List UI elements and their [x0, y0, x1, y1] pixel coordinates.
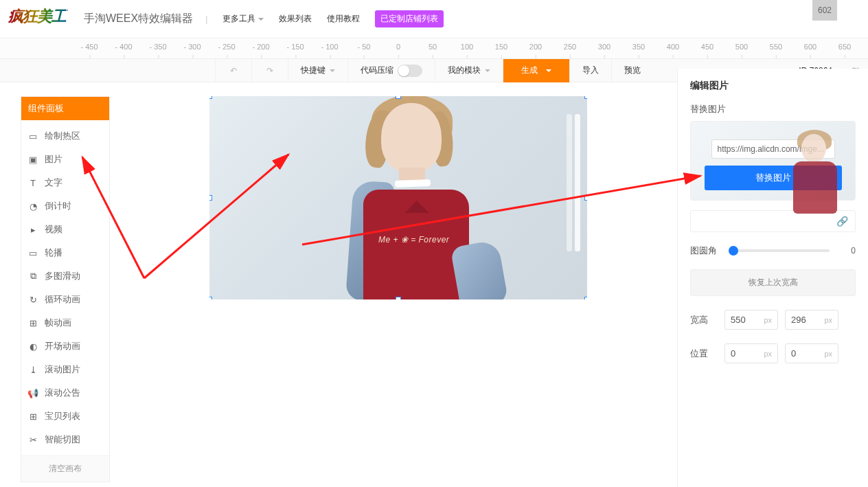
ruler-tick: - 50	[358, 43, 371, 55]
component-item-label: 倒计时	[45, 200, 71, 212]
border-radius-value: 0	[836, 246, 856, 256]
redo-button[interactable]: ↷	[251, 59, 288, 82]
nav-effect-list[interactable]: 效果列表	[279, 13, 312, 25]
restore-size-button[interactable]: 恢复上次宽高	[690, 269, 856, 296]
size-label: 宽高	[690, 314, 718, 326]
ruler-tick: 250	[564, 43, 576, 55]
component-icon: T	[28, 178, 38, 188]
undo-button[interactable]: ↶	[215, 59, 251, 82]
compress-toggle[interactable]: 代码压缩	[347, 59, 435, 82]
shortcut-button[interactable]: 快捷键	[288, 59, 347, 82]
resize-handle-br[interactable]	[584, 297, 587, 299]
ruler-tick: 600	[804, 43, 816, 55]
x-input[interactable]	[731, 348, 758, 359]
component-item-13[interactable]: ✂智能切图	[21, 428, 109, 451]
component-list: ▭绘制热区▣图片T文字◔倒计时▸视频▭轮播⧉多图滑动↻循环动画⊞帧动画◐开场动画…	[21, 120, 109, 455]
ruler-tick: 350	[632, 43, 645, 55]
generate-button[interactable]: 生成	[503, 59, 569, 82]
component-icon: ▸	[28, 225, 38, 234]
brand-logo-text: 疯狂美工	[8, 8, 66, 25]
image-thumbnail-box: 替换图片	[690, 121, 856, 201]
design-canvas[interactable]: Me + ❀ = Forever	[209, 96, 587, 453]
ruler-cursor: 602	[812, 0, 837, 21]
position-label: 位置	[690, 348, 718, 360]
component-icon: ⧉	[28, 271, 38, 281]
image-overlay-text: Me + ❀ = Forever	[378, 235, 449, 245]
component-item-12[interactable]: ⊞宝贝列表	[21, 405, 109, 428]
component-item-label: 智能切图	[45, 433, 80, 446]
position-row: 位置 px px	[690, 343, 856, 363]
caret-down-icon	[485, 69, 490, 75]
component-icon: ▭	[28, 131, 38, 141]
ruler-tick: 400	[667, 43, 679, 55]
y-input-wrap: px	[785, 343, 838, 363]
ruler-tick: - 150	[286, 43, 304, 55]
horizontal-ruler: - 450- 400- 350- 300- 250- 200- 150- 100…	[0, 38, 868, 59]
component-item-label: 宝贝列表	[45, 410, 80, 422]
nav-more-tools[interactable]: 更多工具	[222, 13, 264, 25]
ruler-tick: 200	[529, 43, 542, 55]
component-item-10[interactable]: ⤓滚动图片	[21, 358, 109, 381]
component-icon: ◐	[28, 341, 38, 351]
component-item-1[interactable]: ▣图片	[21, 148, 109, 171]
brand-logo: 疯狂美工	[8, 6, 77, 32]
component-item-3[interactable]: ◔倒计时	[21, 194, 109, 218]
component-item-11[interactable]: 📢滚动公告	[21, 381, 109, 405]
my-module-button[interactable]: 我的模块	[435, 59, 503, 82]
resize-handle-bl[interactable]	[209, 297, 212, 299]
app-header: 疯狂美工 手淘WEEX特效编辑器 | 更多工具 效果列表 使用教程 已定制店铺列…	[0, 0, 868, 38]
resize-handle-tl[interactable]	[209, 96, 212, 99]
component-item-label: 滚动公告	[45, 387, 80, 399]
component-item-8[interactable]: ⊞帧动画	[21, 311, 109, 335]
width-input[interactable]	[731, 315, 758, 325]
slider-thumb[interactable]	[729, 246, 738, 256]
component-item-5[interactable]: ▭轮播	[21, 241, 109, 264]
caret-down-icon	[546, 69, 551, 75]
component-icon: 📢	[28, 388, 38, 398]
ruler-tick: 650	[838, 43, 851, 55]
component-item-4[interactable]: ▸视频	[21, 218, 109, 241]
component-item-label: 文字	[45, 177, 62, 189]
ruler-tick: 150	[495, 43, 507, 55]
component-item-label: 多图滑动	[45, 270, 80, 282]
component-item-label: 开场动画	[45, 340, 80, 352]
component-item-7[interactable]: ↻循环动画	[21, 288, 109, 311]
image-element[interactable]: Me + ❀ = Forever	[209, 96, 587, 299]
redo-icon: ↷	[264, 65, 275, 76]
property-panel-title: 编辑图片	[690, 80, 856, 92]
resize-handle-tr[interactable]	[584, 96, 587, 99]
nav-tutorial[interactable]: 使用教程	[327, 13, 360, 25]
image-thumbnail	[784, 131, 845, 214]
height-input[interactable]	[791, 315, 819, 325]
ruler-tick: 550	[770, 43, 782, 55]
nav-more-tools-label: 更多工具	[222, 13, 255, 25]
component-item-6[interactable]: ⧉多图滑动	[21, 264, 109, 288]
unit-label: px	[824, 316, 832, 324]
component-icon: ⤓	[28, 365, 38, 374]
component-item-2[interactable]: T文字	[21, 171, 109, 194]
component-icon: ⊞	[28, 318, 38, 328]
y-input[interactable]	[791, 348, 819, 359]
toggle-switch[interactable]	[398, 65, 422, 77]
undo-icon: ↶	[228, 65, 239, 76]
component-item-label: 图片	[45, 153, 62, 166]
component-item-0[interactable]: ▭绘制热区	[21, 124, 109, 148]
component-item-label: 帧动画	[45, 317, 71, 329]
component-panel: 组件面板 ▭绘制热区▣图片T文字◔倒计时▸视频▭轮播⧉多图滑动↻循环动画⊞帧动画…	[21, 96, 110, 482]
resize-handle-mr[interactable]	[584, 195, 587, 201]
header-nav: | 更多工具 效果列表 使用教程 已定制店铺列表	[205, 10, 444, 27]
component-item-9[interactable]: ◐开场动画	[21, 335, 109, 358]
component-item-label: 视频	[45, 223, 62, 236]
size-row: 宽高 px px	[690, 310, 856, 330]
preview-button[interactable]: 预览	[611, 59, 653, 82]
border-radius-label: 图圆角	[690, 245, 722, 257]
import-button[interactable]: 导入	[569, 59, 611, 82]
unit-label: px	[764, 316, 772, 324]
clear-canvas-button[interactable]: 清空画布	[21, 455, 109, 482]
border-radius-slider[interactable]	[729, 249, 830, 252]
x-input-wrap: px	[724, 343, 778, 363]
component-icon: ▭	[28, 248, 38, 258]
custom-shop-badge[interactable]: 已定制店铺列表	[375, 10, 444, 27]
ruler-tick: 500	[735, 43, 748, 55]
resize-handle-ml[interactable]	[209, 195, 212, 201]
